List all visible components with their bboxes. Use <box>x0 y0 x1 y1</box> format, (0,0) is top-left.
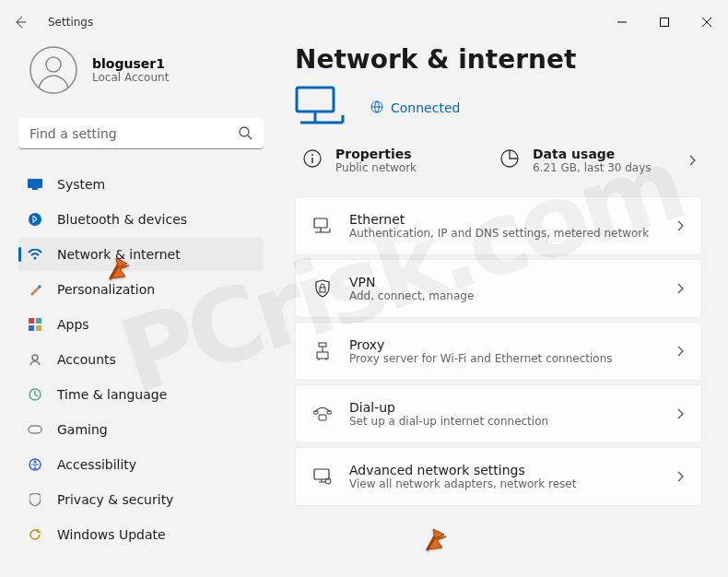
svg-point-7 <box>34 257 37 260</box>
svg-point-16 <box>34 461 37 464</box>
wifi-icon <box>28 247 42 262</box>
svg-point-12 <box>32 355 38 360</box>
data-usage-icon <box>499 148 520 172</box>
close-icon <box>702 18 711 27</box>
minimize-button[interactable] <box>601 7 643 37</box>
chevron-right-icon <box>689 152 702 170</box>
svg-rect-10 <box>29 325 34 331</box>
svg-rect-9 <box>36 318 41 324</box>
info-icon <box>302 148 323 172</box>
maximize-button[interactable] <box>643 7 686 37</box>
search-icon <box>238 125 252 144</box>
card-label: Dial-up <box>349 400 548 415</box>
minimize-icon <box>617 18 627 27</box>
search-input[interactable] <box>18 118 264 149</box>
svg-rect-25 <box>317 352 328 359</box>
card-label: VPN <box>349 275 474 289</box>
sidebar-item-accounts[interactable]: Accounts <box>18 343 264 376</box>
data-usage-card[interactable]: Data usage 6.21 GB, last 30 days <box>492 143 682 178</box>
sidebar-item-label: System <box>57 177 105 192</box>
globe-icon <box>370 100 383 116</box>
profile-block[interactable]: bloguser1 Local Account <box>18 44 264 96</box>
svg-point-6 <box>29 213 41 226</box>
svg-point-1 <box>30 47 76 93</box>
card-sub: Add, connect, manage <box>349 289 474 302</box>
update-icon <box>28 527 42 542</box>
svg-rect-29 <box>314 469 329 479</box>
accessibility-icon <box>28 457 42 472</box>
sidebar-item-label: Network & internet <box>57 247 181 262</box>
card-label: Proxy <box>349 337 613 352</box>
svg-rect-5 <box>32 188 38 190</box>
globe-clock-icon <box>28 387 42 402</box>
proxy-icon <box>312 342 333 360</box>
monitor-gear-icon <box>312 468 333 485</box>
sidebar-item-label: Personalization <box>57 282 155 297</box>
bluetooth-icon <box>28 212 42 227</box>
phone-icon <box>312 406 333 421</box>
titlebar: Settings <box>0 0 728 44</box>
arrow-left-icon <box>13 15 28 29</box>
person-icon <box>29 46 77 94</box>
close-button[interactable] <box>686 7 728 37</box>
sidebar-item-label: Accessibility <box>57 457 136 472</box>
sidebar-item-bluetooth[interactable]: Bluetooth & devices <box>18 203 264 236</box>
sidebar-item-time[interactable]: Time & language <box>18 378 264 411</box>
system-icon <box>28 177 42 192</box>
svg-rect-24 <box>319 343 326 347</box>
sidebar-item-label: Gaming <box>57 422 108 437</box>
proxy-card[interactable]: ProxyProxy server for Wi-Fi and Ethernet… <box>295 322 702 381</box>
network-status-hero: Connected <box>295 86 702 130</box>
sidebar-item-privacy[interactable]: Privacy & security <box>18 483 264 516</box>
sidebar-item-label: Windows Update <box>57 527 166 542</box>
card-sub: Proxy server for Wi-Fi and Ethernet conn… <box>349 352 613 365</box>
app-title: Settings <box>48 16 93 29</box>
sidebar-item-update[interactable]: Windows Update <box>18 518 264 551</box>
sidebar-item-personalization[interactable]: Personalization <box>18 273 264 306</box>
profile-name: bloguser1 <box>92 56 169 71</box>
avatar <box>28 44 79 96</box>
connection-status: Connected <box>391 100 460 115</box>
svg-rect-11 <box>36 325 41 331</box>
properties-card[interactable]: Properties Public network <box>295 143 485 178</box>
sidebar-item-apps[interactable]: Apps <box>18 308 264 341</box>
advanced-network-card[interactable]: Advanced network settingsView all networ… <box>295 447 702 506</box>
sidebar-item-label: Apps <box>57 317 89 332</box>
svg-rect-8 <box>29 318 34 324</box>
svg-rect-26 <box>313 411 318 414</box>
svg-rect-4 <box>28 179 42 188</box>
sidebar-item-label: Time & language <box>57 387 167 402</box>
sidebar-item-gaming[interactable]: Gaming <box>18 413 264 446</box>
chevron-right-icon <box>677 468 685 486</box>
sidebar: bloguser1 Local Account System Bluetooth… <box>0 44 276 577</box>
svg-rect-22 <box>314 218 327 228</box>
chevron-right-icon <box>677 280 685 298</box>
card-sub: Authentication, IP and DNS settings, met… <box>349 227 649 240</box>
svg-rect-23 <box>320 288 325 292</box>
shield-icon <box>28 492 42 507</box>
data-usage-label: Data usage <box>533 147 652 161</box>
back-button[interactable] <box>0 0 41 44</box>
nav-list: System Bluetooth & devices Network & int… <box>18 168 264 551</box>
accounts-icon <box>28 352 42 367</box>
sidebar-item-accessibility[interactable]: Accessibility <box>18 448 264 481</box>
data-usage-sub: 6.21 GB, last 30 days <box>533 161 652 174</box>
profile-sub: Local Account <box>92 71 169 84</box>
sidebar-item-label: Accounts <box>57 352 116 367</box>
ethernet-card[interactable]: EthernetAuthentication, IP and DNS setti… <box>295 196 702 255</box>
card-sub: View all network adapters, network reset <box>349 477 576 490</box>
vpn-card[interactable]: VPNAdd, connect, manage <box>295 259 702 318</box>
maximize-icon <box>660 18 669 27</box>
shield-lock-icon <box>312 279 333 298</box>
apps-icon <box>28 317 42 332</box>
brush-icon <box>28 282 42 297</box>
sidebar-item-network[interactable]: Network & internet <box>18 238 264 271</box>
sidebar-item-label: Bluetooth & devices <box>57 212 187 227</box>
dialup-card[interactable]: Dial-upSet up a dial-up internet connect… <box>295 384 702 443</box>
svg-point-3 <box>240 127 249 136</box>
sidebar-item-system[interactable]: System <box>18 168 264 201</box>
svg-rect-14 <box>29 426 41 433</box>
chevron-right-icon <box>677 406 685 423</box>
gaming-icon <box>28 422 42 437</box>
chevron-right-icon <box>677 218 685 235</box>
